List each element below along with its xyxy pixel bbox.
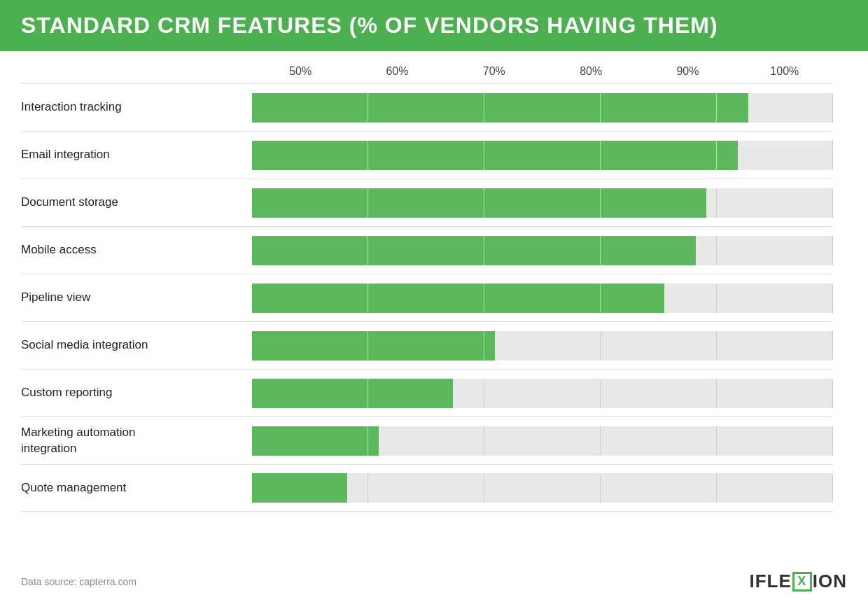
x-axis-label: 70%: [446, 65, 542, 78]
page-wrapper: STANDARD CRM FEATURES (% OF VENDORS HAVI…: [0, 0, 868, 601]
bar-label: Quote management: [21, 480, 252, 496]
bar-label: Pipeline view: [21, 290, 252, 305]
x-axis-label: 60%: [349, 65, 445, 78]
logo-x-icon: X: [797, 574, 806, 589]
bar-fill: [252, 284, 664, 313]
bar-track: [252, 331, 833, 360]
bar-row: Quote management: [21, 464, 833, 512]
bar-fill: [252, 331, 495, 360]
bar-fill: [252, 93, 748, 122]
bar-fill: [252, 236, 696, 265]
bar-row: Social media integration: [21, 321, 833, 369]
bar-label: Marketing automationintegration: [21, 425, 252, 456]
bar-track: [252, 284, 833, 313]
bar-track: [252, 379, 833, 408]
logo-text-2: ION: [813, 570, 847, 592]
bar-label: Interaction tracking: [21, 99, 252, 115]
bar-label: Custom reporting: [21, 385, 252, 400]
chart-title: STANDARD CRM FEATURES (% OF VENDORS HAVI…: [21, 13, 847, 38]
x-axis-label: 50%: [252, 65, 349, 78]
bar-row: Marketing automationintegration: [21, 416, 833, 464]
bar-fill: [252, 379, 453, 408]
bar-label: Email integration: [21, 147, 252, 162]
bar-track: [252, 473, 833, 503]
bar-track: [252, 93, 833, 122]
bar-fill: [252, 141, 738, 170]
bar-track: [252, 426, 833, 456]
logo-x-wrapper: X: [792, 572, 812, 592]
bar-row: Email integration: [21, 131, 833, 178]
bar-fill: [252, 473, 347, 503]
x-axis-labels: 50%60%70%80%90%100%: [252, 65, 833, 78]
x-axis-label: 100%: [736, 65, 833, 78]
bar-row: Pipeline view: [21, 274, 833, 321]
footer: Data source: capterra.com IFLEXION: [0, 562, 868, 601]
bar-label: Document storage: [21, 195, 252, 210]
bar-label: Mobile access: [21, 242, 252, 258]
x-axis-label: 90%: [639, 65, 736, 78]
bar-fill: [252, 426, 379, 456]
bar-fill: [252, 188, 706, 218]
bar-label: Social media integration: [21, 337, 252, 353]
header-banner: STANDARD CRM FEATURES (% OF VENDORS HAVI…: [0, 0, 868, 51]
bar-row: Document storage: [21, 178, 833, 226]
bar-row: Mobile access: [21, 226, 833, 274]
chart-container: 50%60%70%80%90%100% Interaction tracking…: [0, 51, 868, 562]
x-axis-label: 80%: [542, 65, 639, 78]
logo-text-1: IFLE: [749, 570, 791, 592]
bar-track: [252, 188, 833, 218]
logo: IFLEXION: [749, 570, 847, 592]
bar-row: Interaction tracking: [21, 83, 833, 131]
bar-track: [252, 141, 833, 170]
bar-track: [252, 236, 833, 265]
bar-row: Custom reporting: [21, 369, 833, 416]
data-source-label: Data source: capterra.com: [21, 576, 136, 587]
bars-section: Interaction trackingEmail integrationDoc…: [21, 83, 833, 512]
